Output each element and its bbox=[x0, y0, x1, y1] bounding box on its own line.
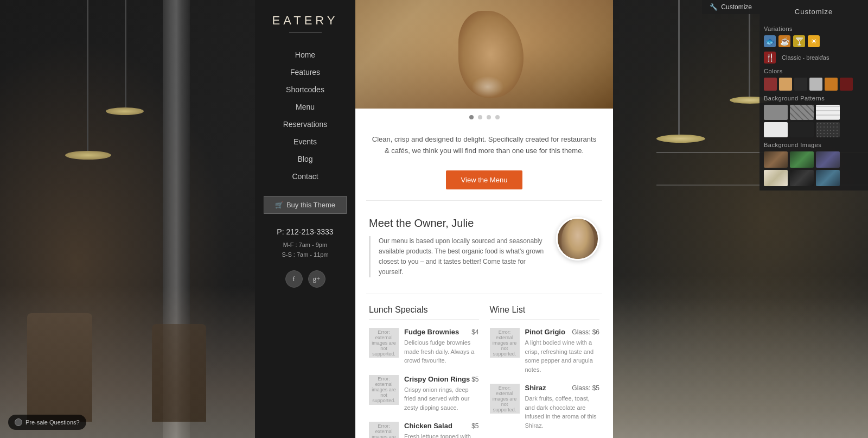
wine-item-1-info: Pinot Grigio Glass: $6 A light bodied wi… bbox=[525, 328, 600, 374]
bg-pattern-6[interactable] bbox=[816, 122, 840, 137]
lunch-item-2-header: Crispy Onion Rings $5 bbox=[404, 375, 479, 383]
bg-pattern-5[interactable] bbox=[790, 122, 814, 137]
bg-pattern-2[interactable] bbox=[790, 105, 814, 120]
color-swatch-4[interactable] bbox=[809, 78, 822, 91]
dot-4[interactable] bbox=[495, 115, 500, 119]
lunch-item-3-header: Chicken Salad $5 bbox=[404, 422, 479, 430]
specials-section: Lunch Specials Error: external images ar… bbox=[355, 300, 613, 438]
owner-avatar-inner bbox=[561, 218, 594, 261]
color-swatch-1[interactable] bbox=[764, 78, 777, 91]
wine-item-2-header: Shiraz Glass: $5 bbox=[525, 384, 600, 392]
nav-reservations[interactable]: Reservations bbox=[255, 116, 355, 133]
nav-contact[interactable]: Contact bbox=[255, 168, 355, 185]
pre-sale-chat[interactable]: Pre-sale Questions? bbox=[8, 415, 86, 430]
sidebar-divider bbox=[289, 32, 322, 33]
color-swatch-6[interactable] bbox=[840, 78, 853, 91]
lunch-item-1-name: Fudge Brownies bbox=[404, 328, 459, 336]
owner-quote: Our menu is based upon locally sourced a… bbox=[369, 236, 545, 278]
lunch-item-2-price: $5 bbox=[471, 376, 478, 383]
lunch-item-3-info: Chicken Salad $5 Fresh lettuce topped wi… bbox=[404, 422, 479, 438]
lamp-shade-center bbox=[106, 107, 144, 115]
lunch-item-2-info: Crispy Onion Rings $5 Crispy onion rings… bbox=[404, 375, 479, 412]
customize-wrench-icon: 🔧 bbox=[710, 3, 718, 11]
variation-coffee-icon[interactable]: ☕ bbox=[778, 35, 790, 47]
customize-tab-label: Customize bbox=[721, 3, 752, 11]
color-swatch-5[interactable] bbox=[825, 78, 838, 91]
owner-text-area: Meet the Owner, Julie Our menu is based … bbox=[369, 217, 545, 278]
sidebar-nav: Home Features Shortcodes Menu Reservatio… bbox=[255, 46, 355, 185]
view-menu-button[interactable]: View the Menu bbox=[446, 170, 523, 189]
nav-shortcodes[interactable]: Shortcodes bbox=[255, 81, 355, 98]
variation-selected-row: 🍴 Classic - breakfas bbox=[764, 52, 864, 64]
facebook-icon[interactable]: f bbox=[285, 270, 303, 288]
lunch-item-3-img-error: Error: external images are not supported… bbox=[370, 423, 398, 438]
lamp-shade-right-1 bbox=[656, 135, 705, 143]
dot-1[interactable] bbox=[469, 115, 474, 119]
variation-classic-icon[interactable]: 🍴 bbox=[764, 52, 776, 64]
lunch-item-2: Error: external images are not supported… bbox=[369, 375, 479, 412]
bg-image-5[interactable] bbox=[790, 170, 814, 186]
customize-panel-header: Customize bbox=[764, 4, 864, 21]
nav-home[interactable]: Home bbox=[255, 46, 355, 64]
variation-sun-icon[interactable]: ☀ bbox=[808, 35, 820, 47]
social-icons: f g+ bbox=[285, 270, 326, 288]
lunch-item-2-img-error: Error: external images are not supported… bbox=[370, 376, 398, 403]
bg-pattern-3[interactable] bbox=[816, 105, 840, 120]
dot-2[interactable] bbox=[478, 115, 482, 119]
nav-events[interactable]: Events bbox=[255, 133, 355, 150]
wine-item-2-desc: Dark fruits, coffee, toast, and dark cho… bbox=[525, 394, 600, 430]
google-icon[interactable]: g+ bbox=[308, 270, 326, 288]
variation-cocktail-icon[interactable]: 🍸 bbox=[793, 35, 805, 47]
wine-item-2-name: Shiraz bbox=[525, 384, 546, 392]
wine-item-2: Error: external images are not supported… bbox=[490, 384, 600, 430]
phone-section: P: 212-213-3333 M-F : 7am - 9pm S-S : 7a… bbox=[277, 227, 333, 259]
lunch-item-3-desc: Fresh lettuce topped with grilled season… bbox=[404, 432, 479, 438]
owner-section: Meet the Owner, Julie Our menu is based … bbox=[355, 206, 613, 289]
lunch-item-1-img-error: Error: external images are not supported… bbox=[370, 329, 398, 357]
lunch-specials-col: Lunch Specials Error: external images ar… bbox=[369, 305, 479, 438]
bg-image-4[interactable] bbox=[764, 170, 788, 186]
bg-image-3[interactable] bbox=[816, 151, 840, 168]
bg-images-grid bbox=[764, 151, 864, 186]
bg-image-2[interactable] bbox=[790, 151, 814, 168]
lunch-item-3-img: Error: external images are not supported… bbox=[369, 422, 399, 438]
lunch-item-1: Error: external images are not supported… bbox=[369, 328, 479, 365]
colors-label: Colors bbox=[764, 68, 864, 74]
nav-blog[interactable]: Blog bbox=[255, 150, 355, 168]
lunch-item-1-price: $4 bbox=[471, 328, 478, 336]
lunch-item-3: Error: external images are not supported… bbox=[369, 422, 479, 438]
color-swatch-3[interactable] bbox=[794, 78, 807, 91]
bg-image-6[interactable] bbox=[816, 170, 840, 186]
bg-pattern-1[interactable] bbox=[764, 105, 788, 120]
bg-pattern-4[interactable] bbox=[764, 122, 788, 137]
hours-weekend: S-S : 7am - 11pm bbox=[277, 250, 333, 260]
bg-patterns-label: Background Patterns bbox=[764, 95, 864, 101]
owner-title: Meet the Owner, Julie bbox=[369, 217, 545, 230]
lunch-item-1-info: Fudge Brownies $4 Delicious fudge browni… bbox=[404, 328, 479, 365]
variation-fish-icon[interactable]: 🐟 bbox=[764, 35, 776, 47]
color-swatch-2[interactable] bbox=[779, 78, 792, 91]
wine-item-1-header: Pinot Grigio Glass: $6 bbox=[525, 328, 600, 336]
phone-number: P: 212-213-3333 bbox=[277, 227, 333, 236]
lamp-shade-left bbox=[65, 151, 111, 160]
wine-item-1-name: Pinot Grigio bbox=[525, 328, 565, 336]
bg-images-label: Background Images bbox=[764, 142, 864, 148]
nav-features[interactable]: Features bbox=[255, 64, 355, 81]
table-surface-right bbox=[613, 297, 868, 438]
bg-image-1[interactable] bbox=[764, 151, 788, 168]
cart-icon: 🛒 bbox=[275, 201, 283, 209]
sidebar: EATERY Home Features Shortcodes Menu Res… bbox=[255, 0, 355, 438]
wine-list-col: Wine List Error: external images are not… bbox=[490, 305, 600, 438]
dot-3[interactable] bbox=[487, 115, 491, 119]
lunch-item-2-name: Crispy Onion Rings bbox=[404, 375, 470, 383]
wine-item-2-price: Glass: $5 bbox=[572, 384, 599, 392]
wine-item-1: Error: external images are not supported… bbox=[490, 328, 600, 374]
hero-image bbox=[355, 0, 613, 109]
nav-menu[interactable]: Menu bbox=[255, 98, 355, 116]
lunch-item-3-name: Chicken Salad bbox=[404, 422, 452, 430]
variations-row: 🐟 ☕ 🍸 ☀ bbox=[764, 35, 864, 47]
customize-tab[interactable]: 🔧 Customize bbox=[702, 0, 760, 14]
bg-patterns-grid bbox=[764, 105, 864, 137]
owner-avatar bbox=[556, 217, 599, 261]
buy-theme-button[interactable]: 🛒 Buy this Theme bbox=[264, 196, 347, 214]
